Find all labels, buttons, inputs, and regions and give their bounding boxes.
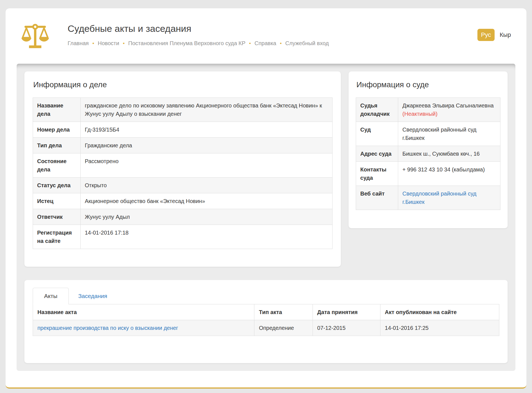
case-name-value: гражданское дело по исковому заявлению А… [81, 98, 332, 122]
defendant-label: Ответчик [33, 209, 81, 225]
tab-acts[interactable]: Акты [33, 288, 69, 304]
court-label: Суд [356, 122, 398, 146]
site-registration-value: 14-01-2016 17:18 [81, 225, 332, 249]
court-value: Свердловский районный суд г.Бишкек [398, 122, 500, 146]
title-block: Судебные акты и заседания Главная•Новост… [68, 22, 329, 47]
website-label: Веб сайт [356, 186, 398, 210]
case-name-label: Название дела [33, 98, 81, 122]
nav-separator-dot: • [249, 40, 251, 46]
act-type-header: Тип акта [254, 304, 313, 320]
court-card-title: Информация о суде [356, 80, 500, 89]
table-row: Адрес суда Бишкек ш., Суюмбаев көч., 16 [356, 146, 500, 162]
case-card-title: Информация о деле [33, 80, 332, 89]
act-published-cell: 14-01-2016 17:25 [380, 320, 499, 336]
table-row: Регистрация на сайте 14-01-2016 17:18 [33, 225, 332, 249]
nav-link-news[interactable]: Новости [98, 40, 119, 46]
case-number-value: Гд-3193/15Б4 [81, 122, 332, 138]
court-info-card: Информация о суде Судья докладчик Джарке… [349, 71, 508, 228]
court-info-table: Судья докладчик Джаркеева Эльвира Сагына… [356, 97, 500, 210]
page-sheet: Судебные акты и заседания Главная•Новост… [6, 8, 526, 389]
judge-value: Джаркеева Эльвира Сагыналиевна (Неактивн… [398, 98, 500, 122]
acts-tabs: Акты Заседания [33, 288, 499, 304]
table-row: Название дела гражданское дело по исково… [33, 98, 332, 122]
nav-separator-dot: • [123, 40, 125, 46]
table-row: Тип дела Гражданские дела [33, 138, 332, 153]
court-website-link[interactable]: Свердловский районный суд г.Бишкек [402, 191, 476, 205]
table-row: Контакты суда + 996 312 43 10 34 (кабылд… [356, 162, 500, 186]
lang-button-rus[interactable]: Рус [477, 29, 495, 41]
table-row: Состояние дела Рассмотрено [33, 153, 332, 178]
nav-separator-dot: • [280, 40, 282, 46]
act-name-header: Название акта [33, 304, 254, 320]
court-address-label: Адрес суда [356, 146, 398, 162]
site-registration-label: Регистрация на сайте [33, 225, 81, 249]
case-type-label: Тип дела [33, 138, 81, 153]
language-switcher: Рус Кыр [477, 22, 511, 41]
table-row: Истец Акционерное общество банк «Эктесад… [33, 193, 332, 209]
website-value: Свердловский районный суд г.Бишкек [398, 186, 500, 210]
nav-separator-dot: • [92, 40, 94, 46]
case-state-label: Состояние дела [33, 153, 81, 178]
nav-link-home[interactable]: Главная [68, 40, 89, 46]
act-date-cell: 07-12-2015 [313, 320, 380, 336]
case-state-value: Рассмотрено [81, 153, 332, 178]
act-type-cell: Определение [254, 320, 313, 336]
case-status-value: Открыто [81, 178, 332, 193]
judge-label: Судья докладчик [356, 98, 398, 122]
tab-sessions[interactable]: Заседания [69, 288, 117, 304]
defendant-value: Жунус уулу Адыл [81, 209, 332, 225]
scales-of-justice-icon [21, 23, 50, 54]
table-row: Ответчик Жунус уулу Адыл [33, 209, 332, 225]
court-contacts-label: Контакты суда [356, 162, 398, 186]
judge-status-badge: (Неактивный) [402, 111, 438, 117]
lang-button-kyr[interactable]: Кыр [500, 31, 511, 38]
court-contacts-value: + 996 312 43 10 34 (кабылдама) [398, 162, 500, 186]
main-nav: Главная•Новости•Постановления Пленума Ве… [68, 40, 329, 47]
case-info-table: Название дела гражданское дело по исково… [33, 97, 332, 249]
plaintiff-label: Истец [33, 193, 81, 209]
table-row: Статус дела Открыто [33, 178, 332, 193]
case-info-card: Информация о деле Название дела гражданс… [24, 71, 341, 267]
content-band: Информация о деле Название дела гражданс… [17, 64, 515, 371]
act-name-link[interactable]: прекрашение производства по иску о взыск… [37, 325, 178, 331]
nav-link-help[interactable]: Справка [254, 40, 276, 46]
act-published-header: Акт опубликован на сайте [380, 304, 499, 320]
act-name-cell: прекрашение производства по иску о взыск… [33, 320, 254, 336]
case-status-label: Статус дела [33, 178, 81, 193]
acts-card: Акты Заседания Название акта Тип акта Да… [24, 280, 508, 363]
table-row: прекрашение производства по иску о взыск… [33, 320, 499, 336]
case-type-value: Гражданские дела [81, 138, 332, 153]
acts-table: Название акта Тип акта Дата принятия Акт… [33, 304, 499, 336]
table-row: Судья докладчик Джаркеева Эльвира Сагына… [356, 98, 500, 122]
act-date-header: Дата принятия [313, 304, 380, 320]
nav-link-plenum-resolutions[interactable]: Постановления Пленума Верховного суда КР [128, 40, 245, 46]
page-title: Судебные акты и заседания [68, 23, 329, 34]
site-header: Судебные акты и заседания Главная•Новост… [6, 8, 526, 64]
table-row: Номер дела Гд-3193/15Б4 [33, 122, 332, 138]
judge-name: Джаркеева Эльвира Сагыналиевна [402, 102, 493, 109]
case-number-label: Номер дела [33, 122, 81, 138]
nav-link-staff-login[interactable]: Служебный вход [285, 40, 329, 46]
table-row: Веб сайт Свердловский районный суд г.Биш… [356, 186, 500, 210]
table-row: Суд Свердловский районный суд г.Бишкек [356, 122, 500, 146]
plaintiff-value: Акционерное общество банк «Эктесад Новин… [81, 193, 332, 209]
acts-table-header-row: Название акта Тип акта Дата принятия Акт… [33, 304, 499, 320]
court-address-value: Бишкек ш., Суюмбаев көч., 16 [398, 146, 500, 162]
